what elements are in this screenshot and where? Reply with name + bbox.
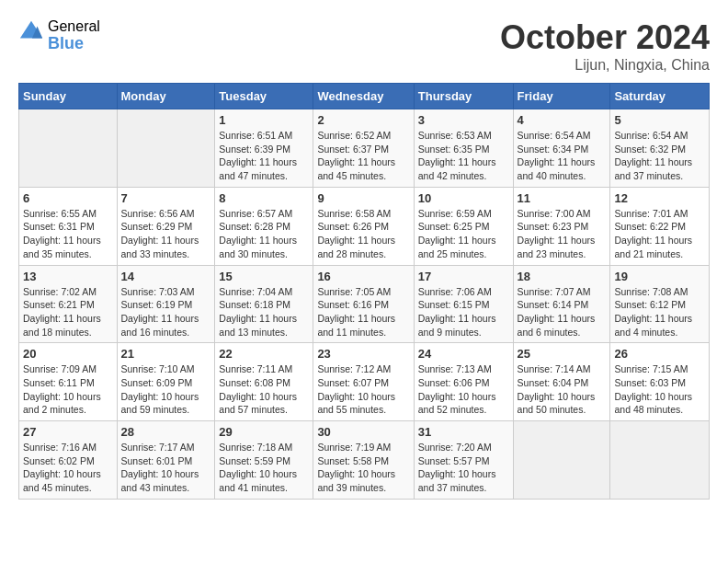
day-info: Sunrise: 7:17 AMSunset: 6:01 PMDaylight:… [121, 441, 211, 495]
month-title: October 2024 [500, 18, 710, 57]
calendar-cell: 31Sunrise: 7:20 AMSunset: 5:57 PMDayligh… [414, 421, 513, 500]
calendar-cell: 5Sunrise: 6:54 AMSunset: 6:32 PMDaylight… [610, 109, 710, 188]
day-info: Sunrise: 7:20 AMSunset: 5:57 PMDaylight:… [418, 441, 509, 495]
day-info: Sunrise: 6:59 AMSunset: 6:25 PMDaylight:… [418, 207, 509, 261]
day-info: Sunrise: 6:55 AMSunset: 6:31 PMDaylight:… [23, 207, 113, 261]
day-info: Sunrise: 6:53 AMSunset: 6:35 PMDaylight:… [418, 129, 509, 183]
day-info: Sunrise: 6:52 AMSunset: 6:37 PMDaylight:… [317, 129, 409, 183]
day-number: 8 [219, 191, 309, 205]
header-monday: Monday [117, 84, 215, 109]
calendar-cell [117, 109, 215, 188]
day-number: 2 [317, 113, 409, 127]
day-info: Sunrise: 7:18 AMSunset: 5:59 PMDaylight:… [219, 441, 309, 495]
calendar-week-row: 1Sunrise: 6:51 AMSunset: 6:39 PMDaylight… [19, 109, 710, 188]
day-info: Sunrise: 6:51 AMSunset: 6:39 PMDaylight:… [219, 129, 309, 183]
calendar-week-row: 6Sunrise: 6:55 AMSunset: 6:31 PMDaylight… [19, 187, 710, 265]
header-tuesday: Tuesday [215, 84, 313, 109]
calendar-cell: 9Sunrise: 6:58 AMSunset: 6:26 PMDaylight… [313, 187, 414, 265]
calendar-cell: 17Sunrise: 7:06 AMSunset: 6:15 PMDayligh… [414, 265, 513, 343]
day-number: 1 [219, 113, 309, 127]
day-info: Sunrise: 7:12 AMSunset: 6:07 PMDaylight:… [317, 362, 409, 417]
day-number: 12 [614, 191, 705, 205]
calendar-cell: 15Sunrise: 7:04 AMSunset: 6:18 PMDayligh… [215, 265, 313, 343]
calendar-cell: 11Sunrise: 7:00 AMSunset: 6:23 PMDayligh… [513, 187, 610, 265]
calendar-cell: 24Sunrise: 7:13 AMSunset: 6:06 PMDayligh… [414, 343, 513, 421]
calendar-cell: 10Sunrise: 6:59 AMSunset: 6:25 PMDayligh… [414, 187, 513, 265]
day-info: Sunrise: 7:07 AMSunset: 6:14 PMDaylight:… [518, 285, 607, 339]
day-info: Sunrise: 7:00 AMSunset: 6:23 PMDaylight:… [518, 207, 607, 261]
day-info: Sunrise: 6:54 AMSunset: 6:34 PMDaylight:… [518, 129, 607, 183]
day-number: 3 [418, 113, 509, 127]
calendar-cell: 1Sunrise: 6:51 AMSunset: 6:39 PMDaylight… [215, 109, 313, 188]
day-number: 24 [418, 347, 509, 361]
header-sunday: Sunday [19, 84, 118, 109]
calendar-cell: 18Sunrise: 7:07 AMSunset: 6:14 PMDayligh… [513, 265, 610, 343]
day-number: 22 [219, 347, 309, 361]
logo-general: General [48, 18, 100, 35]
day-number: 10 [418, 191, 509, 205]
day-info: Sunrise: 7:13 AMSunset: 6:06 PMDaylight:… [418, 362, 509, 417]
day-number: 20 [23, 347, 113, 361]
day-info: Sunrise: 7:19 AMSunset: 5:58 PMDaylight:… [317, 441, 409, 495]
calendar-cell: 7Sunrise: 6:56 AMSunset: 6:29 PMDaylight… [117, 187, 215, 265]
day-number: 25 [518, 347, 607, 361]
calendar-cell [19, 109, 118, 188]
header-wednesday: Wednesday [313, 84, 414, 109]
day-info: Sunrise: 7:01 AMSunset: 6:22 PMDaylight:… [614, 207, 705, 261]
day-number: 11 [518, 191, 607, 205]
calendar-cell [513, 421, 610, 500]
day-number: 14 [121, 270, 211, 283]
calendar-cell: 30Sunrise: 7:19 AMSunset: 5:58 PMDayligh… [313, 421, 414, 500]
day-info: Sunrise: 7:16 AMSunset: 6:02 PMDaylight:… [23, 441, 113, 495]
day-info: Sunrise: 6:54 AMSunset: 6:32 PMDaylight:… [614, 129, 705, 183]
calendar-week-row: 27Sunrise: 7:16 AMSunset: 6:02 PMDayligh… [19, 421, 710, 500]
calendar-cell: 29Sunrise: 7:18 AMSunset: 5:59 PMDayligh… [215, 421, 313, 500]
day-number: 23 [317, 347, 409, 361]
calendar-cell: 12Sunrise: 7:01 AMSunset: 6:22 PMDayligh… [610, 187, 710, 265]
calendar-cell [610, 421, 710, 500]
day-info: Sunrise: 6:57 AMSunset: 6:28 PMDaylight:… [219, 207, 309, 261]
calendar-cell: 8Sunrise: 6:57 AMSunset: 6:28 PMDaylight… [215, 187, 313, 265]
calendar-cell: 19Sunrise: 7:08 AMSunset: 6:12 PMDayligh… [610, 265, 710, 343]
day-info: Sunrise: 7:02 AMSunset: 6:21 PMDaylight:… [23, 285, 113, 339]
day-number: 29 [219, 425, 309, 439]
calendar-cell: 25Sunrise: 7:14 AMSunset: 6:04 PMDayligh… [513, 343, 610, 421]
calendar-cell: 2Sunrise: 6:52 AMSunset: 6:37 PMDaylight… [313, 109, 414, 188]
day-number: 30 [317, 425, 409, 439]
calendar-header: Sunday Monday Tuesday Wednesday Thursday… [19, 84, 710, 109]
calendar-cell: 27Sunrise: 7:16 AMSunset: 6:02 PMDayligh… [19, 421, 118, 500]
day-number: 9 [317, 191, 409, 205]
day-info: Sunrise: 7:15 AMSunset: 6:03 PMDaylight:… [614, 362, 705, 417]
calendar-cell: 3Sunrise: 6:53 AMSunset: 6:35 PMDaylight… [414, 109, 513, 188]
logo-text: General Blue [48, 18, 100, 52]
day-info: Sunrise: 7:10 AMSunset: 6:09 PMDaylight:… [121, 362, 211, 417]
day-info: Sunrise: 7:03 AMSunset: 6:19 PMDaylight:… [121, 285, 211, 339]
day-number: 4 [518, 113, 607, 127]
header-saturday: Saturday [610, 84, 710, 109]
day-number: 13 [23, 270, 113, 283]
page-header: General Blue October 2024 Lijun, Ningxia… [18, 18, 710, 74]
calendar-cell: 21Sunrise: 7:10 AMSunset: 6:09 PMDayligh… [117, 343, 215, 421]
day-info: Sunrise: 6:56 AMSunset: 6:29 PMDaylight:… [121, 207, 211, 261]
calendar-body: 1Sunrise: 6:51 AMSunset: 6:39 PMDaylight… [19, 109, 710, 500]
logo: General Blue [18, 18, 100, 52]
calendar-cell: 20Sunrise: 7:09 AMSunset: 6:11 PMDayligh… [19, 343, 118, 421]
calendar-week-row: 20Sunrise: 7:09 AMSunset: 6:11 PMDayligh… [19, 343, 710, 421]
calendar-cell: 6Sunrise: 6:55 AMSunset: 6:31 PMDaylight… [19, 187, 118, 265]
day-info: Sunrise: 7:09 AMSunset: 6:11 PMDaylight:… [23, 362, 113, 417]
day-info: Sunrise: 7:11 AMSunset: 6:08 PMDaylight:… [219, 362, 309, 417]
day-number: 27 [23, 425, 113, 439]
calendar-cell: 4Sunrise: 6:54 AMSunset: 6:34 PMDaylight… [513, 109, 610, 188]
calendar-cell: 14Sunrise: 7:03 AMSunset: 6:19 PMDayligh… [117, 265, 215, 343]
day-number: 26 [614, 347, 705, 361]
calendar-table: Sunday Monday Tuesday Wednesday Thursday… [18, 83, 710, 500]
header-friday: Friday [513, 84, 610, 109]
calendar-week-row: 13Sunrise: 7:02 AMSunset: 6:21 PMDayligh… [19, 265, 710, 343]
header-thursday: Thursday [414, 84, 513, 109]
day-info: Sunrise: 7:14 AMSunset: 6:04 PMDaylight:… [518, 362, 607, 417]
day-number: 6 [23, 191, 113, 205]
day-number: 16 [317, 270, 409, 283]
day-number: 18 [518, 270, 607, 283]
calendar-cell: 28Sunrise: 7:17 AMSunset: 6:01 PMDayligh… [117, 421, 215, 500]
logo-icon [18, 19, 44, 45]
